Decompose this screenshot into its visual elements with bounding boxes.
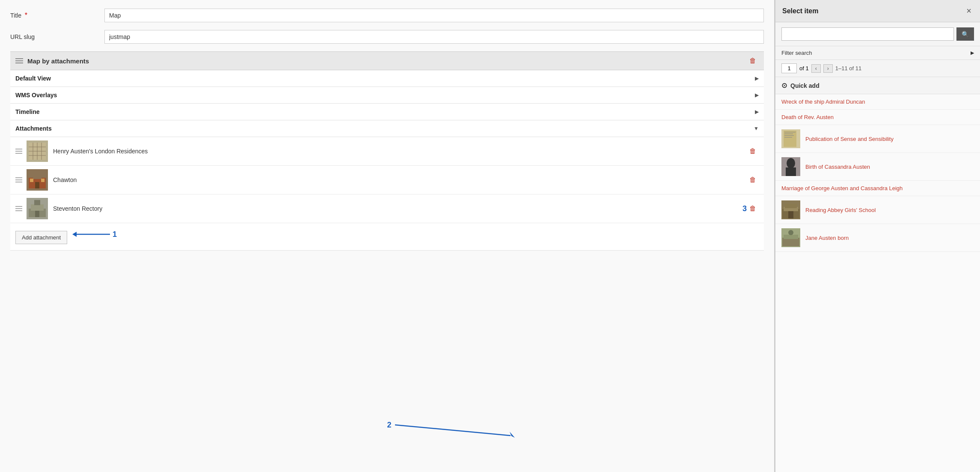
- filter-arrow-icon: ▶: [971, 50, 974, 56]
- arrow1-indicator: 1: [72, 229, 117, 239]
- nav-item-timeline[interactable]: Timeline ▶: [10, 104, 764, 120]
- svg-point-30: [787, 158, 795, 168]
- svg-marker-22: [510, 432, 515, 438]
- right-panel-title: Select item: [782, 7, 965, 15]
- attachment-name-3: Steventon Rectory: [53, 205, 735, 212]
- url-slug-label: URL slug: [10, 33, 104, 40]
- attachment-thumb-2: [27, 169, 48, 191]
- filter-row[interactable]: Filter search ▶: [775, 46, 980, 60]
- nav-arrow-timeline: ▶: [755, 109, 759, 115]
- attachment-delete-1[interactable]: 🗑: [747, 146, 759, 156]
- title-input[interactable]: [104, 9, 764, 22]
- nav-arrow-default-view: ▶: [755, 75, 759, 81]
- search-row: 🔍: [775, 22, 980, 46]
- items-list: Wreck of the ship Admiral Duncan Death o…: [775, 94, 980, 472]
- url-slug-input[interactable]: [104, 30, 764, 44]
- add-attachment-row: Add attachment 1: [10, 223, 764, 251]
- attachment-drag-2[interactable]: [15, 177, 22, 182]
- required-star: *: [25, 12, 27, 19]
- search-input[interactable]: [781, 27, 954, 41]
- page-range-label: 1–11 of 11: [835, 65, 861, 72]
- add-attachment-button[interactable]: Add attachment: [15, 231, 67, 244]
- item-name-0: Wreck of the ship Admiral Duncan: [781, 99, 865, 105]
- item-name-5: Reading Abbey Girls' School: [805, 207, 876, 213]
- nav-arrow-attachments: ▼: [754, 125, 759, 131]
- quick-add-icon: ⊙: [781, 81, 787, 90]
- svg-rect-28: [784, 137, 792, 137]
- arrow2-indicator: 2: [387, 412, 523, 438]
- page-next-button[interactable]: ›: [823, 64, 833, 73]
- nav-item-attachments[interactable]: Attachments ▼: [10, 120, 764, 137]
- title-form-row: Title *: [10, 9, 764, 22]
- svg-rect-11: [35, 182, 39, 188]
- url-slug-form-row: URL slug: [10, 30, 764, 44]
- list-item-6[interactable]: Jane Austen born: [775, 224, 980, 252]
- attachment-name-1: Henry Austen's London Residences: [53, 148, 747, 155]
- section-title: Map by attachments: [27, 57, 747, 65]
- item-name-6: Jane Austen born: [805, 235, 849, 241]
- section-delete-button[interactable]: 🗑: [747, 56, 759, 66]
- page-prev-button[interactable]: ‹: [811, 64, 821, 73]
- right-panel-header: Select item ×: [775, 0, 980, 22]
- item-thumb-2: [781, 129, 800, 148]
- quick-add-row[interactable]: ⊙ Quick add: [775, 77, 980, 94]
- annotation-1: 1: [113, 230, 117, 239]
- section-header: Map by attachments 🗑: [10, 51, 764, 70]
- annotation-3: 3: [742, 204, 747, 213]
- svg-point-40: [788, 230, 793, 235]
- quick-add-label: Quick add: [790, 82, 820, 89]
- svg-rect-18: [35, 211, 39, 217]
- item-thumb-6: [781, 228, 800, 247]
- attachment-delete-2[interactable]: 🗑: [747, 175, 759, 185]
- title-label: Title *: [10, 12, 104, 19]
- svg-rect-10: [33, 173, 42, 179]
- svg-marker-20: [72, 232, 77, 237]
- attachment-thumb-1: [27, 140, 48, 162]
- page-of-label: of 1: [799, 65, 809, 72]
- svg-rect-26: [784, 134, 793, 134]
- filter-label: Filter search: [781, 50, 812, 56]
- svg-rect-27: [784, 135, 794, 136]
- svg-rect-13: [41, 179, 45, 182]
- annotation-2: 2: [387, 421, 392, 430]
- item-name-1: Death of Rev. Austen: [781, 114, 834, 120]
- right-panel: Select item × 🔍 Filter search ▶ of 1 ‹ ›…: [775, 0, 980, 472]
- attachment-item-2: Chawton 🗑: [10, 166, 764, 194]
- nav-item-wms-overlays[interactable]: WMS Overlays ▶: [10, 87, 764, 104]
- list-item-0[interactable]: Wreck of the ship Admiral Duncan: [775, 94, 980, 110]
- attachment-drag-1[interactable]: [15, 149, 22, 154]
- svg-rect-25: [784, 132, 796, 132]
- list-item-3[interactable]: Birth of Cassandra Austen: [775, 153, 980, 181]
- attachment-drag-3[interactable]: [15, 206, 22, 211]
- svg-line-21: [395, 425, 511, 436]
- svg-rect-16: [31, 204, 44, 211]
- attachment-delete-3[interactable]: 🗑: [747, 204, 759, 213]
- attachment-name-2: Chawton: [53, 176, 747, 183]
- svg-rect-35: [785, 204, 797, 208]
- list-item-4[interactable]: Marriage of George Austen and Cassandra …: [775, 181, 980, 196]
- item-name-3: Birth of Cassandra Austen: [805, 164, 870, 170]
- section-drag-handle[interactable]: [15, 58, 23, 63]
- svg-rect-17: [34, 200, 40, 205]
- item-thumb-3: [781, 157, 800, 176]
- attachment-item-1: Henry Austen's London Residences 🗑: [10, 137, 764, 166]
- nav-item-default-view[interactable]: Default View ▶: [10, 70, 764, 87]
- list-item-2[interactable]: Publication of Sense and Sensibility: [775, 125, 980, 153]
- item-name-4: Marriage of George Austen and Cassandra …: [781, 185, 903, 191]
- search-button[interactable]: 🔍: [956, 27, 974, 41]
- list-item-5[interactable]: Reading Abbey Girls' School: [775, 196, 980, 224]
- attachment-item-3: Steventon Rectory 3 🗑: [10, 194, 764, 223]
- close-button[interactable]: ×: [965, 6, 973, 16]
- svg-rect-31: [786, 167, 796, 176]
- svg-rect-39: [784, 235, 798, 239]
- svg-rect-36: [788, 211, 793, 218]
- list-item-1[interactable]: Death of Rev. Austen: [775, 110, 980, 125]
- page-number-input[interactable]: [781, 63, 797, 73]
- item-name-2: Publication of Sense and Sensibility: [805, 136, 894, 142]
- svg-rect-12: [30, 179, 33, 182]
- pagination-row: of 1 ‹ › 1–11 of 11: [775, 60, 980, 77]
- item-thumb-5: [781, 200, 800, 219]
- svg-rect-24: [784, 131, 796, 147]
- nav-arrow-wms-overlays: ▶: [755, 92, 759, 98]
- attachment-thumb-3: [27, 198, 48, 219]
